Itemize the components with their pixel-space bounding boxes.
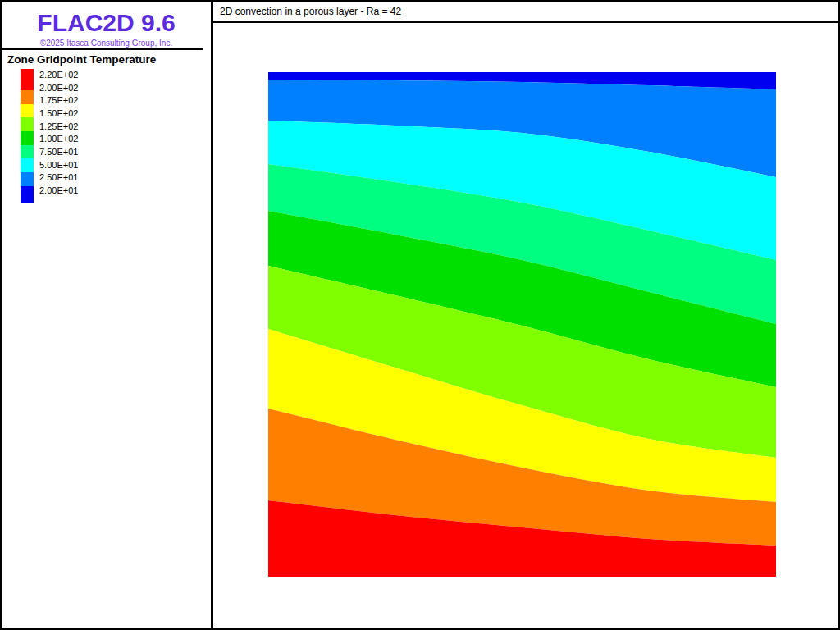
contour-plot [268, 72, 776, 577]
legend-color-block [21, 117, 34, 131]
app-window: FLAC2D 9.6 ©2025 Itasca Consulting Group… [0, 0, 840, 630]
legend-value: 2.50E+01 [39, 171, 78, 185]
legend-value: 1.50E+02 [39, 107, 78, 121]
legend-value: 2.20E+02 [39, 69, 78, 82]
legend-value: 1.00E+02 [39, 133, 78, 146]
legend-color-block [21, 172, 34, 186]
plot-title: 2D convection in a porous layer - Ra = 4… [220, 6, 401, 17]
legend-colorbar [21, 69, 34, 203]
temperature-contour-canvas [268, 72, 776, 577]
legend-color-block [21, 131, 34, 145]
legend-value: 2.00E+01 [39, 185, 78, 198]
legend-value: 7.50E+01 [39, 146, 78, 159]
sidebar: FLAC2D 9.6 ©2025 Itasca Consulting Group… [2, 2, 211, 628]
legend-color-block [21, 158, 34, 172]
legend-color-block [21, 104, 34, 117]
legend-color-block [21, 186, 34, 203]
sidebar-divider-line [2, 48, 203, 50]
legend-color-block [21, 69, 34, 90]
copyright-text: ©2025 Itasca Consulting Group, Inc. [2, 39, 211, 48]
legend-value: 1.75E+02 [39, 94, 78, 107]
legend-values: 2.20E+022.00E+021.75E+021.50E+021.25E+02… [39, 69, 78, 198]
legend-value: 1.25E+02 [39, 121, 78, 134]
legend-value: 5.00E+01 [39, 159, 78, 172]
legend-color-block [21, 90, 34, 104]
legend-title: Zone Gridpoint Temperature [7, 53, 156, 66]
app-logo: FLAC2D 9.6 [2, 9, 211, 37]
plot-title-bar: 2D convection in a porous layer - Ra = 4… [213, 2, 838, 23]
panel-divider [211, 2, 213, 628]
legend-value: 2.00E+02 [39, 82, 78, 95]
legend-color-block [21, 145, 34, 158]
